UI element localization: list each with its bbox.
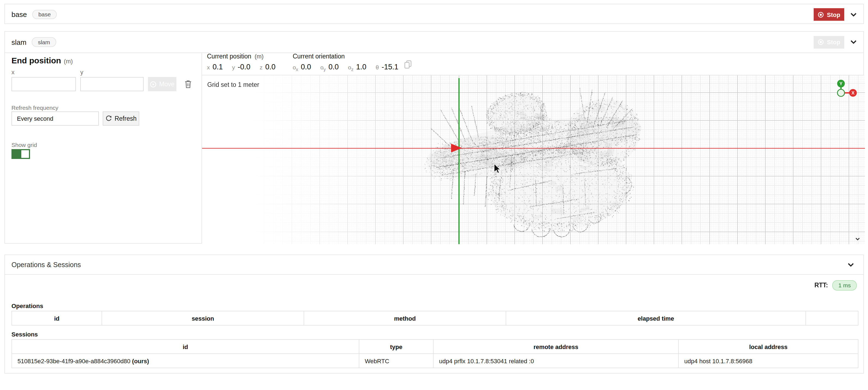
metric: oz1.0 [348, 63, 366, 72]
axes-gizmo[interactable]: Y X [833, 79, 858, 100]
refresh-frequency-value: Every second [17, 115, 53, 122]
column-header: elapsed time [506, 311, 806, 325]
base-stop-label: Stop [827, 11, 840, 18]
current-position-heading: Current position(m) [207, 53, 276, 60]
sessions-section-label: Sessions [11, 331, 38, 337]
metric: z0.0 [260, 63, 276, 71]
slam-chip: slam [32, 37, 56, 47]
end-position-heading: End position(m) [11, 56, 73, 65]
slam-card: slam slam Stop End position(m) x y Move [4, 31, 864, 244]
base-stop-button[interactable]: Stop [814, 8, 844, 21]
map-scroll-chevron-icon[interactable] [854, 236, 860, 242]
toggle-knob [21, 150, 29, 158]
operations-sessions-chevron-icon[interactable] [847, 261, 855, 269]
slam-stop-label: Stop [827, 39, 840, 45]
stop-icon [818, 11, 824, 18]
move-button[interactable]: Move [148, 77, 176, 91]
svg-text:Y: Y [839, 81, 842, 86]
grid-note: Grid set to 1 meter [207, 81, 259, 88]
metric: oy0.0 [320, 63, 339, 72]
show-grid-label: Show grid [11, 142, 37, 148]
refresh-button-label: Refresh [115, 115, 137, 122]
rtt-label: RTT: [814, 282, 828, 289]
operations-sessions-title: Operations & Sessions [11, 255, 81, 274]
table-cell: 510815e2-93be-41f9-a90e-a884c3960d80 (ou… [12, 354, 359, 368]
slam-card-title: slam [11, 38, 27, 46]
base-card-title: base [11, 10, 27, 19]
column-header: id [12, 311, 102, 325]
table-row: 510815e2-93be-41f9-a90e-a884c3960d80 (ou… [12, 354, 858, 368]
refresh-icon [105, 115, 112, 122]
base-chip: base [32, 10, 57, 20]
column-header: id [12, 339, 359, 354]
table-cell: udp4 host 10.1.7.8:56968 [679, 354, 858, 368]
column-header: type [359, 339, 433, 354]
column-header: local address [679, 339, 858, 354]
operations-table: idsessionmethodelapsed time [11, 311, 859, 326]
operations-sessions-card: Operations & Sessions RTT: 1 ms Operatio… [4, 254, 864, 373]
stop-icon [818, 39, 824, 45]
table-cell: udp4 prflx 10.1.7.8:53041 related :0 [433, 354, 679, 368]
end-position-y-input[interactable] [80, 77, 144, 91]
refresh-button[interactable]: Refresh [103, 112, 139, 126]
refresh-frequency-label: Refresh frequency [11, 104, 58, 111]
base-card-header: base base [11, 4, 57, 25]
origin-handle [837, 89, 844, 96]
table-cell: WebRTC [359, 354, 433, 368]
rtt-row: RTT: 1 ms [814, 280, 857, 290]
ops-header-divider [5, 274, 863, 275]
copy-icon [404, 60, 412, 69]
base-card: base base Stop [4, 4, 864, 24]
metric: y-0.0 [232, 63, 250, 71]
x-field-label: x [11, 69, 14, 76]
column-header [806, 311, 858, 325]
current-position-values: x0.1y-0.0z0.0 [207, 63, 276, 71]
end-position-unit: (m) [64, 58, 73, 64]
app-root: base base Stop slam slam Stop [0, 0, 868, 390]
slam-map-viewport[interactable]: Grid set to 1 meter Y X [202, 75, 865, 244]
show-grid-toggle[interactable] [11, 149, 30, 159]
rtt-badge: 1 ms [832, 280, 857, 290]
trash-icon [185, 80, 192, 89]
slam-collapse-chevron-icon[interactable] [850, 38, 857, 46]
move-label: Move [159, 81, 175, 87]
current-orientation-heading: Current orientation [293, 53, 398, 60]
current-orientation-group: Current orientation ox0.0oy0.0oz1.0θ-15.… [293, 53, 398, 72]
play-circle-icon [150, 81, 157, 88]
copy-pose-button[interactable] [404, 60, 412, 69]
metric: ox0.0 [293, 63, 311, 72]
slam-stop-button[interactable]: Stop [814, 36, 844, 48]
slam-header-divider [5, 53, 863, 53]
column-header: remote address [433, 339, 679, 354]
base-collapse-chevron-icon[interactable] [850, 11, 857, 19]
metric: x0.1 [207, 63, 223, 71]
end-position-x-input[interactable] [11, 77, 76, 91]
slam-card-header: slam slam [11, 32, 56, 53]
slam-map-canvas[interactable] [202, 75, 865, 244]
column-header: session [102, 311, 304, 325]
operations-section-label: Operations [11, 303, 43, 309]
y-field-label: y [80, 69, 83, 76]
refresh-frequency-select[interactable]: Every second [11, 112, 99, 126]
current-position-group: Current position(m) x0.1y-0.0z0.0 [207, 53, 276, 71]
column-header: method [304, 311, 506, 325]
delete-end-position-button[interactable] [185, 80, 192, 89]
svg-text:X: X [851, 90, 854, 95]
metric: θ-15.1 [376, 63, 398, 71]
sessions-table: idtyperemote addresslocal address510815e… [11, 339, 859, 368]
current-orientation-values: ox0.0oy0.0oz1.0θ-15.1 [293, 63, 398, 72]
